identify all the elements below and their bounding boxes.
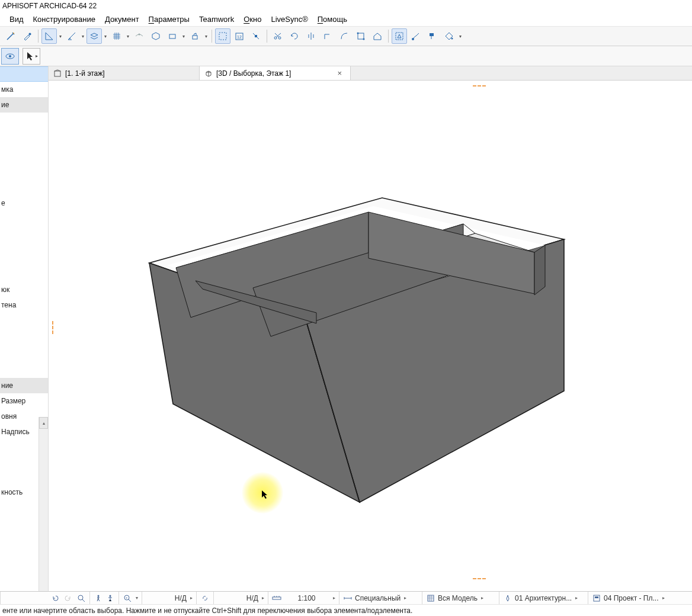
pen-icon (503, 593, 512, 603)
svg-rect-12 (358, 33, 364, 39)
zoom-fit[interactable]: + ▾ (119, 592, 142, 604)
mirror-icon[interactable] (303, 28, 319, 44)
link-section[interactable] (197, 592, 214, 604)
repaint-icon[interactable] (425, 28, 440, 44)
svg-point-14 (363, 38, 365, 40)
menu-teamwork[interactable]: Teamwork (194, 14, 239, 25)
nav-history[interactable] (0, 592, 90, 604)
toolbox-item[interactable]: тена (0, 297, 48, 313)
snap-icon[interactable] (132, 28, 147, 44)
select-3d-icon[interactable] (392, 28, 407, 44)
fit-icon[interactable]: + (123, 593, 132, 603)
svg-rect-5 (193, 36, 197, 39)
zoom-icon[interactable] (76, 593, 86, 603)
ruler-angle-icon[interactable] (64, 28, 79, 44)
close-tab-icon[interactable]: × (336, 69, 343, 78)
layer-stack-icon[interactable] (86, 28, 102, 44)
toolbox-item[interactable]: юк (0, 282, 48, 297)
svg-rect-43 (595, 596, 598, 598)
link-icon (200, 593, 210, 603)
wall-icon[interactable] (148, 28, 164, 44)
eyedropper-icon[interactable] (20, 28, 35, 44)
layer-value: 01 Архитектурн... (515, 594, 572, 602)
redo-nav-icon[interactable] (63, 593, 73, 603)
undo-nav-icon[interactable] (50, 593, 60, 603)
toolbox-section-header: ие (0, 97, 48, 113)
orbit-icon[interactable] (105, 593, 115, 603)
marquee-tool-icon[interactable] (215, 28, 230, 44)
menu-конструирование[interactable]: Конструирование (28, 14, 100, 25)
toolbox-item[interactable]: мка (0, 82, 48, 97)
3d-viewport[interactable] (49, 81, 692, 592)
home-icon[interactable] (370, 28, 385, 44)
dropdown-caret-icon[interactable]: ▾ (125, 34, 131, 39)
model-filter-section[interactable]: Вся Модель▸ (422, 592, 499, 604)
tab-3d-view[interactable]: [3D / Выборка, Этаж 1]× (200, 66, 351, 80)
brush-icon[interactable] (408, 28, 424, 44)
svg-rect-17 (430, 33, 434, 36)
svg-point-16 (412, 38, 414, 40)
dropdown-caret-icon[interactable]: ▾ (181, 34, 187, 39)
svg-point-3 (139, 34, 140, 36)
dropdown-caret-icon[interactable]: ▾ (57, 34, 63, 39)
toolbox-item[interactable] (0, 66, 48, 82)
toolbox-item[interactable]: Размер (0, 393, 48, 409)
menu-параметры[interactable]: Параметры (144, 14, 194, 25)
scroll-up-button[interactable]: ▴ (39, 417, 48, 429)
arc-icon[interactable] (337, 28, 352, 44)
tab-floor-plan[interactable]: [1. 1-й этаж] (49, 66, 200, 80)
align-snap-icon[interactable] (248, 28, 264, 44)
scale-value: 1:100 (284, 594, 329, 602)
eye-mode-button[interactable] (1, 48, 19, 65)
3d-model-render (49, 81, 692, 592)
walk-mode[interactable] (90, 592, 119, 604)
bucket-icon[interactable] (441, 28, 457, 44)
tab-label: [1. 1-й этаж] (65, 69, 105, 78)
dim-style-value: Специальный (355, 594, 401, 602)
svg-text:12: 12 (237, 35, 242, 39)
menu-вид[interactable]: Вид (5, 14, 28, 25)
scale-section[interactable]: 1:100▸ (268, 592, 339, 604)
svg-point-20 (9, 55, 11, 57)
dropdown-caret-icon[interactable]: ▾ (80, 34, 86, 39)
svg-point-13 (357, 33, 359, 34)
slab-icon[interactable] (165, 28, 180, 44)
dim-style-section[interactable]: Специальный▸ (339, 592, 422, 604)
dropdown-caret-icon[interactable]: ▾ (457, 34, 463, 39)
main-toolbar: ▾ ▾ ▾ ▾ ▾ ▾ 12 ▾ (0, 26, 692, 46)
toolbox-item[interactable]: е (0, 195, 48, 211)
date-12-icon[interactable]: 12 (232, 28, 247, 44)
menu-документ[interactable]: Документ (100, 14, 144, 25)
toolbox-panel: ▴ мкаиееюктенаниеРазмеровняНадписькность (0, 66, 49, 592)
magic-wand-icon[interactable] (3, 28, 18, 44)
svg-text:+: + (126, 596, 128, 599)
layout-value: 04 Проект - Пл... (604, 594, 659, 602)
svg-point-18 (451, 38, 453, 40)
grid-icon[interactable] (109, 28, 124, 44)
menu-bar: ВидКонструированиеДокументПараметрыTeamw… (0, 12, 692, 26)
scissors-icon[interactable] (270, 28, 286, 44)
dropdown-caret-icon[interactable]: ▾ (102, 34, 108, 39)
arrow-mode-button[interactable]: ▸ (23, 48, 40, 65)
content-area: ▴ мкаиееюктенаниеРазмеровняНадписькность… (0, 66, 692, 592)
rotate-icon[interactable] (287, 28, 302, 44)
menu-livesync®[interactable]: LiveSync® (266, 14, 312, 25)
svg-rect-4 (169, 34, 175, 38)
corner-icon[interactable] (320, 28, 335, 44)
coord-2[interactable]: Н/Д▸ (214, 592, 268, 604)
layout-section[interactable]: 04 Проект - Пл...▸ (588, 592, 677, 604)
menu-окно[interactable]: Окно (239, 14, 266, 25)
triangle-tool-icon[interactable] (41, 28, 57, 44)
svg-rect-21 (55, 71, 60, 76)
lock-icon[interactable] (187, 28, 203, 44)
coord-1[interactable]: Н/Д▸ (142, 592, 197, 604)
walk-icon[interactable] (94, 593, 103, 603)
document-tabs: [1. 1-й этаж][3D / Выборка, Этаж 1]× (49, 66, 692, 81)
scrollbar-track[interactable]: ▴ (39, 417, 48, 592)
menu-помощь[interactable]: Помощь (313, 14, 352, 25)
layer-section[interactable]: 01 Архитектурн...▸ (499, 592, 588, 604)
svg-rect-40 (273, 597, 281, 599)
dropdown-caret-icon[interactable]: ▾ (203, 34, 209, 39)
svg-rect-41 (428, 595, 434, 601)
morph-rect-icon[interactable] (353, 28, 369, 44)
